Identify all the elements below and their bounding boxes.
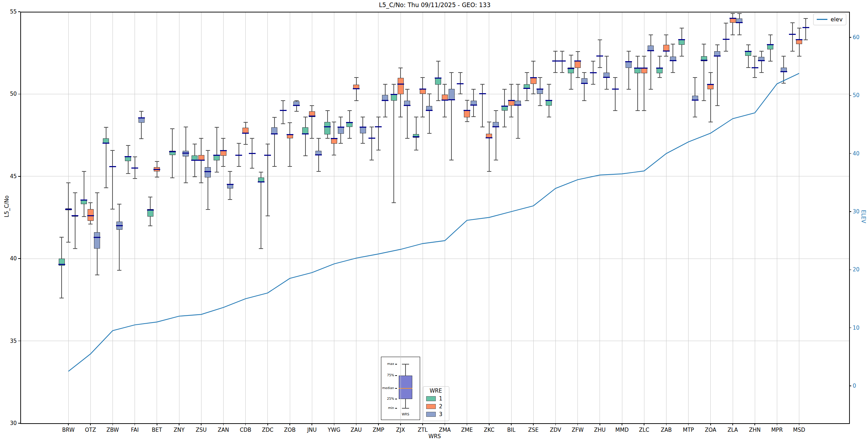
whisker-cap-bottom (790, 51, 795, 52)
x-tick-label-zbw: ZBW (106, 427, 119, 433)
whisker-stem (312, 106, 312, 139)
median-line (94, 237, 100, 238)
whisker-cap-bottom (680, 56, 684, 57)
whisker-cap-top (294, 100, 299, 101)
whisker-stem (84, 171, 84, 217)
whisker-stem (393, 84, 394, 203)
y-tick-label-left: 30 (10, 420, 17, 426)
whisker-cap-bottom (525, 100, 529, 101)
whisker-cap-bottom (237, 166, 241, 167)
v-gridline (445, 12, 445, 423)
whisker-cap-top (139, 111, 143, 112)
whisker-cap-bottom (117, 270, 121, 271)
whisker-cap-top (170, 128, 174, 129)
median-line (80, 200, 87, 201)
x-tick (422, 423, 423, 425)
median-line (138, 117, 145, 118)
median-line (545, 100, 552, 101)
whisker-cap-bottom (649, 89, 653, 90)
whisker-cap-bottom (471, 116, 476, 117)
v-gridline (423, 12, 423, 423)
median-line (191, 160, 198, 161)
median-line (590, 72, 597, 73)
whisker-cap-top (649, 34, 653, 35)
whisker-stem (739, 14, 740, 35)
v-gridline (356, 12, 356, 423)
median-line (360, 127, 366, 128)
y-tick-right (849, 211, 851, 212)
whisker-cap-bottom (553, 72, 558, 73)
whisker-cap-top (73, 192, 77, 193)
inset-cap-min (402, 408, 409, 409)
median-line (656, 68, 663, 69)
x-tick (622, 423, 622, 425)
y-tick-label-right: 50 (853, 92, 859, 99)
median-line (802, 27, 809, 28)
whisker-stem (615, 78, 616, 111)
whisker-stem (378, 117, 379, 150)
x-tick (799, 423, 800, 425)
h-gridline (20, 94, 849, 94)
whisker-cap-bottom (591, 84, 595, 85)
median-line (758, 60, 765, 61)
x-tick-label-zme: ZME (461, 427, 473, 433)
whisker-stem (422, 78, 423, 117)
median-line (324, 126, 331, 127)
whisker-cap-bottom (133, 178, 137, 179)
whisker-cap-top (259, 172, 263, 172)
median-line (169, 151, 176, 152)
whisker-cap-top (325, 110, 330, 111)
x-tick (223, 423, 224, 425)
whisker-cap-top (598, 39, 602, 40)
median-line (625, 61, 632, 62)
whisker-cap-bottom (804, 39, 808, 40)
median-line (663, 51, 670, 52)
median-line (492, 126, 499, 127)
x-tick (201, 423, 202, 425)
whisker-cap-bottom (354, 100, 359, 101)
whisker-cap-top (184, 127, 188, 127)
median-line (559, 60, 566, 62)
median-line (293, 105, 300, 106)
x-tick-label-mmd: MMD (615, 427, 628, 433)
v-gridline (688, 12, 689, 423)
whisker-cap-bottom (480, 127, 485, 127)
whisker-cap-bottom (288, 166, 292, 167)
whisker-cap-bottom (347, 138, 352, 139)
whisker-cap-top (266, 144, 270, 144)
inset-tick (395, 388, 397, 389)
y-tick-right (849, 37, 851, 38)
whisker-cap-bottom (576, 77, 580, 78)
wre-swatch-2 (426, 404, 436, 409)
median-line (641, 68, 648, 69)
whisker-cap-bottom (392, 202, 396, 203)
whisker-cap-bottom (702, 100, 706, 101)
whisker-stem (496, 111, 496, 160)
v-gridline (666, 12, 666, 423)
x-tick (555, 423, 556, 425)
x-tick-label-zlc: ZLC (639, 427, 649, 433)
inset-label-25: 25% (382, 397, 394, 400)
x-tick-label-jnu: JNU (307, 427, 317, 433)
wre-legend-row: 3 (426, 411, 445, 418)
whisker-stem (748, 45, 749, 68)
median-line (213, 155, 220, 156)
whisker-stem (416, 117, 417, 150)
whisker-cap-top (155, 161, 159, 162)
whisker-stem (119, 204, 120, 270)
whisker-cap-top (636, 56, 640, 57)
x-tick (533, 423, 534, 425)
median-line (147, 209, 154, 211)
whisker-stem (451, 73, 452, 160)
y-tick-right (849, 328, 851, 328)
y-tick-label-right: 0 (853, 383, 856, 389)
v-gridline (290, 12, 290, 423)
x-tick-label-bet: BET (152, 427, 162, 433)
whisker-stem (726, 23, 726, 51)
left-spine (20, 12, 21, 423)
whisker-stem (429, 94, 430, 133)
median-line (530, 77, 537, 78)
x-tick-label-zhn: ZHN (749, 427, 761, 433)
x-tick (688, 423, 689, 425)
whisker-cap-bottom (658, 77, 662, 78)
